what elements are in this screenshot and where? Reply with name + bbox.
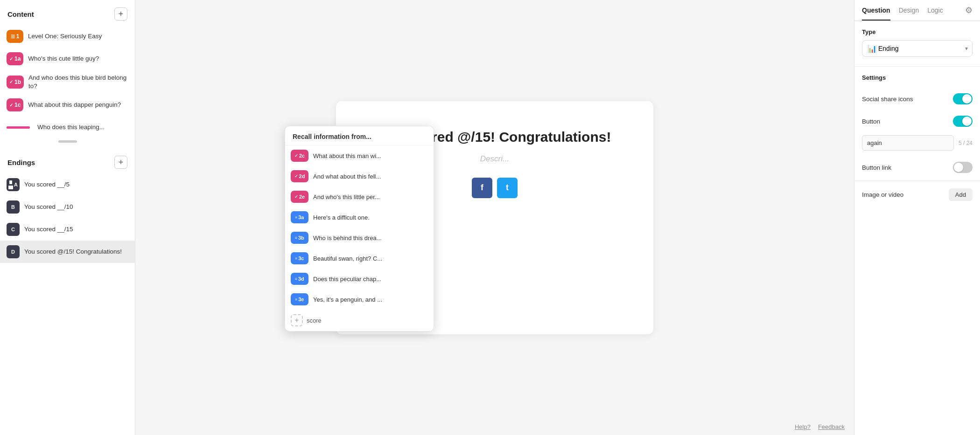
- dropdown-item-q2d[interactable]: ✓ 2d And what about this fell...: [285, 166, 434, 186]
- social-share-toggle[interactable]: [953, 93, 973, 104]
- content-label: Content: [7, 10, 34, 18]
- type-select[interactable]: Ending: [862, 40, 973, 57]
- button-setting-row: Button: [854, 110, 980, 132]
- ending-item-d[interactable]: D You scored @/15! Congratulations!: [0, 241, 135, 263]
- dropdown-item-q3d[interactable]: ≡ 3d Does this peculiar chap...: [285, 269, 434, 289]
- dropdown-badge-q3a: ≡ 3a: [291, 211, 308, 223]
- dropdown-text-q3e: Yes, it's a penguin, and ...: [313, 296, 428, 303]
- partial-indicator: [7, 126, 30, 129]
- ending-item-c[interactable]: C You scored __/15: [0, 218, 135, 241]
- dropdown-badge-q2c: ✓ 2c: [291, 150, 308, 162]
- settings-header: Settings: [854, 69, 980, 88]
- tab-logic[interactable]: Logic: [927, 0, 943, 21]
- dropdown-text-q2d: And what about this fell...: [313, 173, 428, 180]
- button-link-toggle[interactable]: [953, 162, 973, 173]
- button-label: Button: [862, 118, 880, 125]
- canvas-description[interactable]: Descri...: [480, 154, 509, 164]
- add-content-button[interactable]: +: [114, 7, 127, 21]
- social-share-label: Social share icons: [862, 96, 913, 103]
- dropdown-badge-q3c: ≡ 3c: [291, 252, 308, 264]
- button-toggle[interactable]: [953, 116, 973, 127]
- social-buttons-row: f t: [472, 178, 518, 198]
- type-select-wrapper: 📊 Ending ▾: [862, 40, 973, 57]
- dropdown-badge-q2d: ✓ 2d: [291, 170, 308, 182]
- dropdown-item-q3b[interactable]: ≡ 3b Who is behind this drea...: [285, 228, 434, 248]
- toggle-knob-social: [962, 94, 972, 104]
- ending-text-a: You scored __/5: [24, 180, 70, 189]
- sidebar-item-text-level1: Level One: Seriously Easy: [28, 32, 102, 41]
- dropdown-badge-q3e: ≡ 3e: [291, 293, 308, 305]
- ending-item-a[interactable]: A You scored __/5: [0, 173, 135, 196]
- ending-badge-a: A: [7, 178, 20, 191]
- recall-dropdown: Recall information from... ✓ 2c What abo…: [285, 126, 434, 331]
- badge-q1c: ✓ 1c: [7, 98, 23, 111]
- dropdown-text-q3a: Here's a difficult one.: [313, 214, 428, 221]
- char-count: 5 / 24: [959, 140, 973, 146]
- button-text-input[interactable]: [862, 135, 954, 151]
- scroll-indicator: [58, 140, 77, 143]
- endings-label: Endings: [7, 159, 35, 166]
- dropdown-item-q3a[interactable]: ≡ 3a Here's a difficult one.: [285, 207, 434, 228]
- ending-icon-a: [8, 180, 13, 189]
- add-variable-label: score: [307, 317, 322, 324]
- facebook-share-button[interactable]: f: [472, 178, 492, 198]
- feedback-link[interactable]: Feedback: [818, 423, 845, 430]
- sidebar-item-text-q1a: Who's this cute little guy?: [28, 55, 99, 63]
- settings-divider-1: [854, 66, 980, 67]
- endings-section-header: Endings +: [0, 148, 135, 173]
- sidebar-item-text-q1c: What about this dapper penguin?: [28, 101, 121, 109]
- content-section-header: Content +: [0, 0, 135, 25]
- ending-text-d: You scored @/15! Congratulations!: [24, 248, 122, 256]
- help-link[interactable]: Help?: [795, 423, 811, 430]
- settings-gear-icon[interactable]: ⚙: [965, 5, 973, 15]
- main-canvas: You scored @/15! Congratulations! Descri…: [135, 0, 854, 435]
- dropdown-text-q3b: Who is behind this drea...: [313, 235, 428, 242]
- twitter-share-button[interactable]: t: [497, 178, 518, 198]
- settings-label: Settings: [862, 74, 973, 81]
- ending-text-b: You scored __/10: [24, 203, 73, 211]
- sidebar-item-q1a[interactable]: ✓ 1a Who's this cute little guy?: [0, 48, 135, 70]
- settings-divider-2: [854, 180, 980, 181]
- badge-q1b: ✓ 1b: [7, 76, 24, 89]
- add-media-button[interactable]: Add: [949, 188, 973, 201]
- dropdown-text-q3c: Beautiful swan, right? C...: [313, 255, 428, 262]
- ending-text-c: You scored __/15: [24, 225, 73, 234]
- button-link-setting-row: Button link: [854, 156, 980, 179]
- toggle-knob-button: [962, 117, 972, 126]
- sidebar-item-level1[interactable]: ☰ 1 Level One: Seriously Easy: [0, 25, 135, 48]
- right-panel-tabs: Question Design Logic ⚙: [854, 0, 980, 21]
- left-sidebar: Content + ☰ 1 Level One: Seriously Easy …: [0, 0, 135, 435]
- sidebar-item-q1d[interactable]: Who does this leaping...: [0, 116, 135, 138]
- type-label: Type: [862, 28, 973, 35]
- dropdown-badge-q2e: ✓ 2e: [291, 191, 308, 203]
- button-text-row: 5 / 24: [854, 132, 980, 156]
- tab-question[interactable]: Question: [862, 0, 890, 21]
- sidebar-item-text-q1b: And who does this blue bird belong to?: [28, 74, 128, 90]
- dropdown-item-q3e[interactable]: ≡ 3e Yes, it's a penguin, and ...: [285, 289, 434, 310]
- canvas-footer: Help? Feedback: [795, 423, 845, 430]
- plus-icon: +: [291, 314, 303, 326]
- image-video-row: Image or video Add: [854, 183, 980, 207]
- dropdown-text-q3d: Does this peculiar chap...: [313, 276, 428, 283]
- badge-level1: ☰ 1: [7, 30, 23, 43]
- sidebar-item-text-q1d: Who does this leaping...: [37, 123, 105, 131]
- ending-item-b[interactable]: B You scored __/10: [0, 196, 135, 218]
- dropdown-item-q2c[interactable]: ✓ 2c What about this man wi...: [285, 145, 434, 166]
- type-section: Type 📊 Ending ▾: [854, 21, 980, 64]
- sidebar-item-q1b[interactable]: ✓ 1b And who does this blue bird belong …: [0, 70, 135, 94]
- dropdown-badge-q3b: ≡ 3b: [291, 232, 308, 244]
- ending-badge-c: C: [7, 223, 20, 236]
- tab-design[interactable]: Design: [899, 0, 919, 21]
- dropdown-badge-q3d: ≡ 3d: [291, 273, 308, 285]
- endings-section: Endings + A You scored __/5 B You scored…: [0, 148, 135, 263]
- add-ending-button[interactable]: +: [114, 156, 127, 169]
- dropdown-item-q2e[interactable]: ✓ 2e And who's this little per...: [285, 186, 434, 207]
- social-share-setting-row: Social share icons: [854, 88, 980, 110]
- dropdown-header: Recall information from...: [285, 126, 434, 145]
- button-link-label: Button link: [862, 164, 891, 171]
- dropdown-text-q2e: And who's this little per...: [313, 193, 428, 200]
- add-variable-button[interactable]: + score: [285, 310, 434, 331]
- dropdown-text-q2c: What about this man wi...: [313, 152, 428, 159]
- sidebar-item-q1c[interactable]: ✓ 1c What about this dapper penguin?: [0, 94, 135, 116]
- dropdown-item-q3c[interactable]: ≡ 3c Beautiful swan, right? C...: [285, 248, 434, 269]
